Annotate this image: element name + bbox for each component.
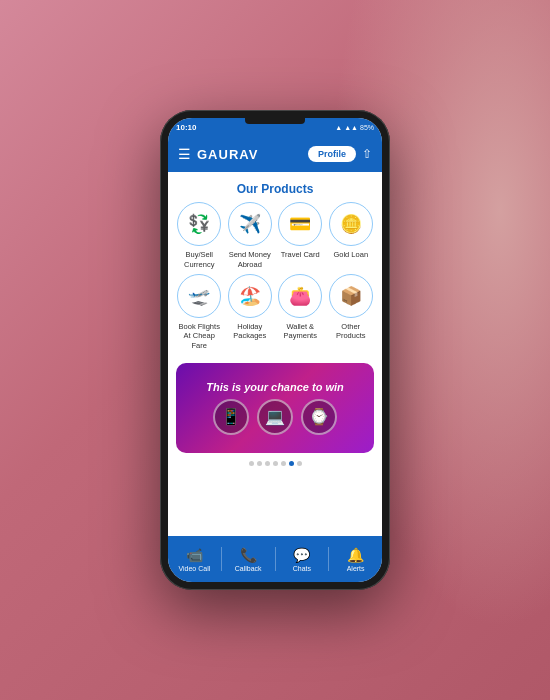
dot-1: [249, 461, 254, 466]
travel-card-icon: 💳: [278, 202, 322, 246]
nav-callback[interactable]: 📞 Callback: [222, 547, 275, 572]
app-header: ☰ GAURAV Profile ⇧: [168, 136, 382, 172]
send-money-abroad-label: Send MoneyAbroad: [229, 250, 271, 270]
profile-button[interactable]: Profile: [308, 146, 356, 162]
wifi-icon: ▲: [335, 124, 342, 131]
share-icon[interactable]: ⇧: [362, 147, 372, 161]
callback-label: Callback: [235, 565, 262, 572]
chats-label: Chats: [293, 565, 311, 572]
product-gold-loan[interactable]: 🪙 Gold Loan: [328, 202, 375, 270]
dot-2: [257, 461, 262, 466]
header-title: GAURAV: [197, 147, 258, 162]
other-products-label: OtherProducts: [336, 322, 366, 342]
bottom-nav: 📹 Video Call 📞 Callback 💬 Chats 🔔 Alert: [168, 536, 382, 582]
battery-level: 85%: [360, 124, 374, 131]
product-send-money-abroad[interactable]: ✈️ Send MoneyAbroad: [227, 202, 274, 270]
product-buy-sell-currency[interactable]: 💱 Buy/SellCurrency: [176, 202, 223, 270]
dot-6-active: [289, 461, 294, 466]
products-section-title: Our Products: [168, 172, 382, 202]
buy-sell-currency-label: Buy/SellCurrency: [184, 250, 214, 270]
holiday-packages-icon: 🏖️: [228, 274, 272, 318]
video-call-label: Video Call: [178, 565, 210, 572]
dot-3: [265, 461, 270, 466]
product-other-products[interactable]: 📦 OtherProducts: [328, 274, 375, 351]
header-right: Profile ⇧: [308, 146, 372, 162]
nav-chats[interactable]: 💬 Chats: [276, 547, 329, 572]
book-flights-label: Book FlightsAt CheapFare: [179, 322, 220, 351]
holiday-packages-label: HolidayPackages: [233, 322, 266, 342]
travel-card-label: Travel Card: [281, 250, 320, 260]
hamburger-icon[interactable]: ☰: [178, 146, 191, 162]
book-flights-icon: 🛫: [177, 274, 221, 318]
alerts-icon: 🔔: [347, 547, 364, 563]
phone-notch: [245, 118, 305, 124]
banner-prize-icons: 📱 💻 ⌚: [213, 399, 337, 435]
main-content: Our Products 💱 Buy/SellCurrency ✈️ Send …: [168, 172, 382, 536]
prize-phone-icon: 📱: [213, 399, 249, 435]
signal-icon: ▲▲: [344, 124, 358, 131]
buy-sell-currency-icon: 💱: [177, 202, 221, 246]
header-left: ☰ GAURAV: [178, 146, 258, 162]
nav-alerts[interactable]: 🔔 Alerts: [329, 547, 382, 572]
video-call-icon: 📹: [186, 547, 203, 563]
promo-banner[interactable]: This is your chance to win 📱 💻 ⌚: [176, 363, 374, 453]
phone-frame: 10:10 ▲ ▲▲ 85% ☰ GAURAV Profile ⇧: [160, 110, 390, 590]
status-time: 10:10: [176, 123, 196, 132]
dot-7: [297, 461, 302, 466]
wallet-payments-label: Wallet &Payments: [284, 322, 317, 342]
prize-laptop-icon: 💻: [257, 399, 293, 435]
gold-loan-label: Gold Loan: [333, 250, 368, 260]
send-money-abroad-icon: ✈️: [228, 202, 272, 246]
gold-loan-icon: 🪙: [329, 202, 373, 246]
banner-dots: [168, 457, 382, 470]
chats-icon: 💬: [293, 547, 310, 563]
prize-watch-icon: ⌚: [301, 399, 337, 435]
product-book-flights[interactable]: 🛫 Book FlightsAt CheapFare: [176, 274, 223, 351]
banner-text: This is your chance to win: [206, 381, 344, 393]
phone: 10:10 ▲ ▲▲ 85% ☰ GAURAV Profile ⇧: [160, 110, 390, 590]
dot-5: [281, 461, 286, 466]
wallet-payments-icon: 👛: [278, 274, 322, 318]
other-products-icon: 📦: [329, 274, 373, 318]
product-travel-card[interactable]: 💳 Travel Card: [277, 202, 324, 270]
status-icons: ▲ ▲▲ 85%: [335, 124, 374, 131]
product-wallet-payments[interactable]: 👛 Wallet &Payments: [277, 274, 324, 351]
phone-screen: 10:10 ▲ ▲▲ 85% ☰ GAURAV Profile ⇧: [168, 118, 382, 582]
nav-video-call[interactable]: 📹 Video Call: [168, 547, 221, 572]
alerts-label: Alerts: [347, 565, 365, 572]
dot-4: [273, 461, 278, 466]
product-holiday-packages[interactable]: 🏖️ HolidayPackages: [227, 274, 274, 351]
callback-icon: 📞: [240, 547, 257, 563]
products-grid: 💱 Buy/SellCurrency ✈️ Send MoneyAbroad 💳…: [168, 202, 382, 359]
